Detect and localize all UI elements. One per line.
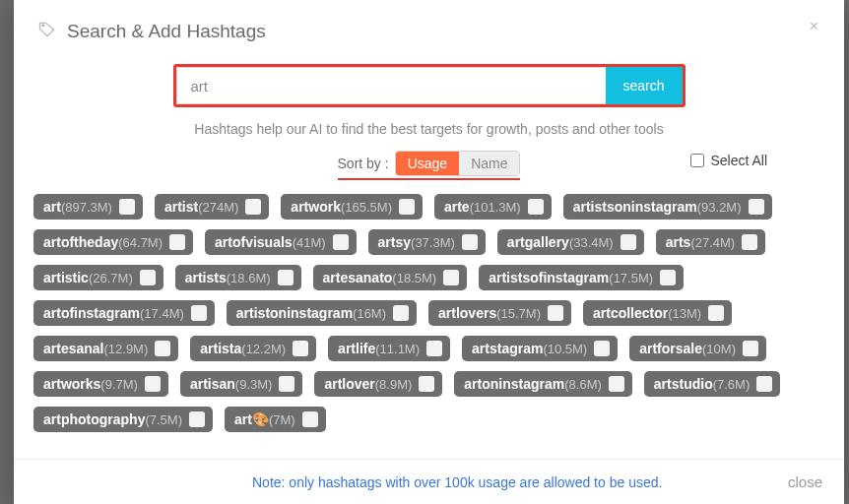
hashtag-name: artlover: [324, 377, 374, 391]
hashtag-pill[interactable]: artlovers(15.7M): [428, 300, 571, 326]
hashtag-checkbox[interactable]: [399, 199, 415, 215]
hashtag-pill[interactable]: artista(12.2M): [190, 336, 316, 361]
hashtag-checkbox[interactable]: [443, 270, 459, 285]
hashtag-pill[interactable]: artstudio(7.6M): [644, 371, 780, 397]
hashtag-count: (64.7M): [118, 236, 163, 249]
hashtag-pill[interactable]: artstagram(10.5M): [462, 336, 618, 361]
hashtag-pill[interactable]: artistoninstagram(16M): [227, 300, 417, 326]
hashtag-pill[interactable]: art🎨(7M): [225, 407, 326, 432]
hashtag-pill[interactable]: artlover(8.9M): [314, 371, 442, 397]
hashtag-pill[interactable]: artofvisuals(41M): [205, 229, 357, 255]
hashtag-checkbox[interactable]: [191, 305, 207, 321]
hashtag-pill[interactable]: artistic(26.7M): [33, 265, 163, 290]
hashtag-count: (8.6M): [564, 378, 602, 391]
hashtag-name: artofinstagram: [43, 306, 140, 320]
close-button[interactable]: close: [788, 473, 822, 490]
hashtag-checkbox[interactable]: [609, 376, 624, 392]
hashtag-count: (8.9M): [375, 378, 413, 391]
hashtag-pill[interactable]: artoninstagram(8.6M): [454, 371, 631, 397]
select-all-control[interactable]: Select All: [690, 153, 767, 168]
hashtag-checkbox[interactable]: [548, 305, 563, 321]
hashtag-pill[interactable]: arte(101.3M): [434, 194, 552, 220]
hashtag-pill[interactable]: artofinstagram(17.4M): [33, 300, 215, 326]
hashtag-name: artista: [200, 342, 241, 355]
hashtag-name: arte: [444, 200, 470, 214]
hashtag-checkbox[interactable]: [756, 376, 772, 392]
hashtag-pill[interactable]: artesanal(12.9M): [33, 336, 178, 361]
hashtag-checkbox[interactable]: [279, 376, 294, 392]
hashtag-checkbox[interactable]: [743, 341, 758, 356]
sort-label: Sort by :: [338, 156, 389, 171]
select-all-checkbox[interactable]: [690, 154, 704, 167]
hashtag-pill[interactable]: artesanato(18.5M): [313, 265, 468, 290]
hashtag-checkbox[interactable]: [189, 411, 205, 427]
search-input[interactable]: [176, 67, 606, 104]
hashtag-checkbox[interactable]: [660, 270, 676, 285]
hashtag-pill[interactable]: artist(274M): [155, 194, 269, 220]
hashtag-name: art: [43, 200, 61, 214]
hashtag-pill[interactable]: art(897.3M): [33, 194, 143, 220]
hashtag-pill[interactable]: artsy(37.3M): [368, 229, 486, 255]
hashtag-pill[interactable]: artists(18.6M): [175, 265, 301, 290]
hashtag-checkbox[interactable]: [333, 234, 349, 250]
hashtag-pill[interactable]: artwork(165.5M): [281, 194, 423, 220]
sort-segmented: Usage Name: [395, 151, 521, 176]
hashtag-name: artists: [185, 271, 227, 284]
hashtag-checkbox[interactable]: [293, 341, 308, 356]
hashtag-checkbox[interactable]: [426, 341, 442, 356]
hashtag-checkbox[interactable]: [419, 376, 434, 392]
sort-option-usage[interactable]: Usage: [396, 152, 459, 175]
hashtag-name: artofvisuals: [215, 235, 293, 249]
hashtag-count: (41M): [293, 236, 326, 249]
hashtag-checkbox[interactable]: [302, 411, 318, 427]
hashtag-pill[interactable]: artlife(11.1M): [328, 336, 450, 361]
hashtag-name: artworks: [43, 377, 100, 391]
hashtag-count: (37.3M): [411, 236, 455, 249]
hashtag-name: artlife: [338, 342, 375, 355]
hashtag-name: artcollector: [593, 306, 668, 320]
hashtag-pill[interactable]: artoftheday(64.7M): [33, 229, 193, 255]
hashtag-modal: Search & Add Hashtags × search Hashtags …: [14, 0, 844, 504]
hashtag-pill[interactable]: artgallery(33.4M): [497, 229, 644, 255]
hashtag-checkbox[interactable]: [749, 199, 764, 215]
hashtag-checkbox[interactable]: [620, 234, 636, 250]
hashtag-checkbox[interactable]: [708, 305, 724, 321]
hashtag-pill[interactable]: artworks(9.7M): [33, 371, 168, 397]
hashtag-pill[interactable]: artisan(9.3M): [180, 371, 302, 397]
hashtag-count: (10M): [702, 343, 736, 355]
search-group: search: [173, 64, 686, 107]
hashtag-name: arts: [666, 235, 691, 249]
hashtag-checkbox[interactable]: [594, 341, 610, 356]
controls-row: Sort by : Usage Name Select All: [32, 151, 826, 180]
hashtag-pill[interactable]: artcollector(13M): [583, 300, 732, 326]
scroll-area[interactable]: search Hashtags help our AI to find the …: [14, 58, 844, 459]
hashtag-count: (18.5M): [392, 272, 436, 284]
hashtag-checkbox[interactable]: [169, 234, 185, 250]
hashtag-checkbox[interactable]: [245, 199, 261, 215]
hashtag-checkbox[interactable]: [145, 376, 161, 392]
hashtag-checkbox[interactable]: [393, 305, 409, 321]
hashtag-pill[interactable]: arts(27.4M): [656, 229, 765, 255]
hashtag-name: artistoninstagram: [236, 306, 353, 320]
hashtag-count: (17.4M): [140, 307, 184, 320]
hashtag-checkbox[interactable]: [155, 341, 170, 356]
hashtag-pill[interactable]: artistsofinstagram(17.5M): [479, 265, 684, 290]
hashtag-checkbox[interactable]: [278, 270, 294, 285]
hashtag-checkbox[interactable]: [140, 270, 156, 285]
hashtag-name: artistic: [43, 271, 89, 284]
hashtag-checkbox[interactable]: [742, 234, 757, 250]
hashtag-checkbox[interactable]: [462, 234, 478, 250]
hashtag-pill[interactable]: artistsoninstagram(93.2M): [563, 194, 772, 220]
hashtag-pill[interactable]: artphotography(7.5M): [33, 407, 213, 432]
hashtag-count: (11.1M): [375, 343, 420, 355]
close-icon[interactable]: ×: [810, 18, 818, 35]
modal-footer: Note: only hashatags with over 100k usag…: [14, 459, 844, 504]
sort-option-name[interactable]: Name: [459, 152, 519, 175]
hashtag-pill[interactable]: artforsale(10M): [629, 336, 766, 361]
hashtag-checkbox[interactable]: [528, 199, 544, 215]
hashtag-name: artstudio: [654, 377, 713, 391]
hashtag-checkbox[interactable]: [119, 199, 135, 215]
search-button[interactable]: search: [606, 67, 683, 104]
sort-control: Sort by : Usage Name: [338, 151, 521, 180]
hashtag-count: (9.7M): [100, 378, 138, 391]
